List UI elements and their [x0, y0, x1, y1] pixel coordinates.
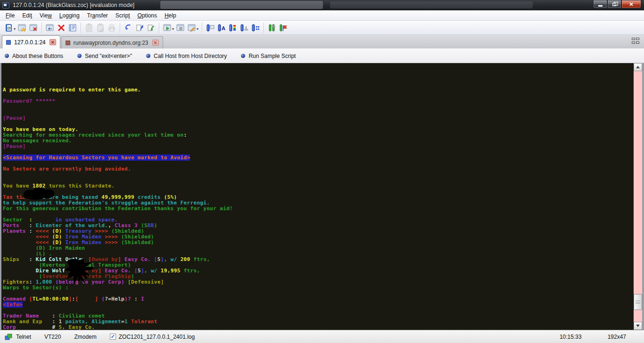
toolbar-separator: [202, 23, 202, 33]
status-clock: 10:15:33: [560, 334, 582, 340]
menu-bar: FileEditViewLoggingTransferScriptOptions…: [0, 10, 644, 21]
background-window: [330, 1, 533, 8]
custom-button-about-these-buttons[interactable]: About these Buttons: [5, 53, 63, 59]
menu-item-edit[interactable]: Edit: [18, 11, 36, 20]
terminal-line: [3, 104, 634, 110]
redial-icon: [124, 23, 133, 33]
menu-item-options[interactable]: Options: [134, 11, 161, 20]
status-transfer[interactable]: Zmodem: [74, 334, 96, 340]
disconnect-button[interactable]: [28, 22, 39, 33]
scroll-up-button[interactable]: [634, 63, 642, 71]
paste-icon: [84, 23, 94, 33]
scroll-down-button[interactable]: [634, 322, 642, 330]
stop-script-button[interactable]: [175, 22, 186, 33]
edit-script-dropdown-icon[interactable]: ▾: [197, 27, 198, 31]
restore-button[interactable]: [607, 0, 621, 8]
download-button[interactable]: [145, 22, 157, 33]
toolbar-separator: [81, 23, 81, 33]
terminal-line: Corp # 5, Easy Co.: [3, 325, 634, 330]
connection-status-icon: [5, 333, 12, 341]
session-status-icon: [6, 40, 11, 45]
run-script-dropdown-icon[interactable]: ▾: [172, 27, 174, 31]
program-settings-icon: [267, 23, 277, 33]
button-label: Send "exit<enter>": [85, 53, 132, 59]
clipboard-edit-button: [95, 22, 106, 33]
terminal-line: [3, 93, 634, 98]
menu-item-help[interactable]: Help: [161, 11, 180, 20]
terminal-line: <Scanning for Hazardous Sectors you have…: [3, 155, 634, 161]
capture-window-icon: [45, 23, 55, 33]
run-script-button[interactable]: [162, 22, 173, 33]
vertical-scrollbar[interactable]: [634, 63, 642, 330]
terminal-line: <<<< (D) Iron Maiden >>>> (Shielded): [3, 240, 634, 245]
toolbar-separator: [159, 23, 159, 33]
redial-button[interactable]: [123, 22, 134, 33]
terminal-line: [3, 121, 634, 127]
phone-book-dropdown-icon[interactable]: ▾: [14, 27, 16, 31]
quick-connection-button[interactable]: [17, 22, 28, 33]
scrollbar-track[interactable]: [634, 71, 642, 322]
status-protocol[interactable]: Telnet: [16, 334, 31, 340]
title-bar[interactable]: 127.0.0.1:24 (BlackGlass.zoc) [evaluatio…: [0, 0, 644, 10]
print-icon: [107, 23, 116, 33]
button-label: About these Buttons: [12, 53, 63, 59]
menu-item-logging[interactable]: Logging: [56, 11, 83, 20]
tab-label: runawayproton.dyndns.org:23: [74, 40, 149, 46]
terminal-line: A password is required to enter this gam…: [3, 87, 634, 93]
menu-item-script[interactable]: Script: [112, 11, 134, 20]
exit-program-button[interactable]: [278, 22, 289, 33]
tab-label: 127.0.0.1:24: [14, 39, 46, 46]
phone-book-icon: @: [4, 23, 14, 33]
custom-button-run-sample-script[interactable]: Run Sample Script: [241, 53, 296, 59]
modem-settings-button[interactable]: [239, 22, 250, 33]
button-label: Run Sample Script: [248, 53, 296, 59]
terminal-line: No messages received.: [3, 138, 634, 144]
session-tab-bar: 127.0.0.1:24✕runawayproton.dyndns.org:23…: [0, 35, 644, 49]
button-bullet-icon: [5, 54, 9, 58]
capture-window-button[interactable]: [44, 22, 56, 33]
svg-text:@: @: [7, 26, 11, 30]
menu-item-transfer[interactable]: Transfer: [83, 11, 112, 20]
log-checkbox[interactable]: ✓: [110, 334, 116, 340]
terminal-screen[interactable]: A password is required to enter this gam…: [1, 63, 634, 330]
tab-close-icon[interactable]: ✕: [50, 39, 56, 45]
custom-button-call-host-from-host-directory[interactable]: Call Host from Host Directory: [146, 53, 227, 59]
font-settings-button[interactable]: A: [216, 22, 227, 33]
zoc-terminal-window: 127.0.0.1:24 (BlackGlass.zoc) [evaluatio…: [0, 0, 644, 343]
phone-book-button[interactable]: @: [3, 22, 15, 33]
status-emulation[interactable]: VT220: [44, 334, 61, 340]
terminal-line: [3, 172, 634, 178]
colors-icon: [228, 23, 238, 33]
menu-item-file[interactable]: File: [2, 11, 18, 20]
terminal-line: <Info>: [3, 302, 634, 308]
download-icon: [146, 23, 156, 33]
terminal-line: You have 1802 turns this Stardate.: [3, 183, 634, 189]
app-terminal-icon: [2, 2, 9, 8]
menu-item-view[interactable]: View: [36, 11, 56, 20]
session-tab-runawayproton.dyndns.org:23[interactable]: runawayproton.dyndns.org:23✕: [61, 36, 163, 49]
button-bullet-icon: [241, 54, 245, 58]
program-settings-button[interactable]: [266, 22, 278, 33]
terminal-line: For this generous contribution the Feder…: [3, 206, 634, 212]
custom-button-send-exit-enter[interactable]: Send "exit<enter>": [77, 53, 132, 59]
upload-button[interactable]: [134, 22, 145, 33]
scrollback-buffer-button[interactable]: [67, 22, 78, 33]
emulation-settings-button[interactable]: [250, 22, 261, 33]
tab-close-icon[interactable]: ✕: [152, 40, 159, 46]
terminal-line: Rank and Exp : 1 points, Alignment=1 Tol…: [3, 319, 634, 325]
close-button[interactable]: ✕: [621, 0, 641, 8]
scrollbar-thumb[interactable]: [634, 294, 642, 310]
tile-windows-icon[interactable]: [632, 38, 640, 44]
session-profile-button[interactable]: [205, 22, 216, 33]
minimize-button[interactable]: [593, 0, 607, 8]
run-script-icon: [163, 23, 172, 33]
log-file-label: ZOC1201_127.0.0.1_2401.log: [119, 334, 195, 340]
toolbar-separator: [120, 23, 120, 33]
session-profile-icon: [206, 23, 215, 33]
colors-button[interactable]: [227, 22, 239, 33]
print-button: [106, 22, 117, 33]
clear-screen-button[interactable]: [56, 22, 67, 33]
session-tab-127.0.0.1:24[interactable]: 127.0.0.1:24✕: [2, 35, 60, 49]
terminal-line: [3, 110, 634, 115]
edit-script-button[interactable]: [186, 22, 198, 33]
